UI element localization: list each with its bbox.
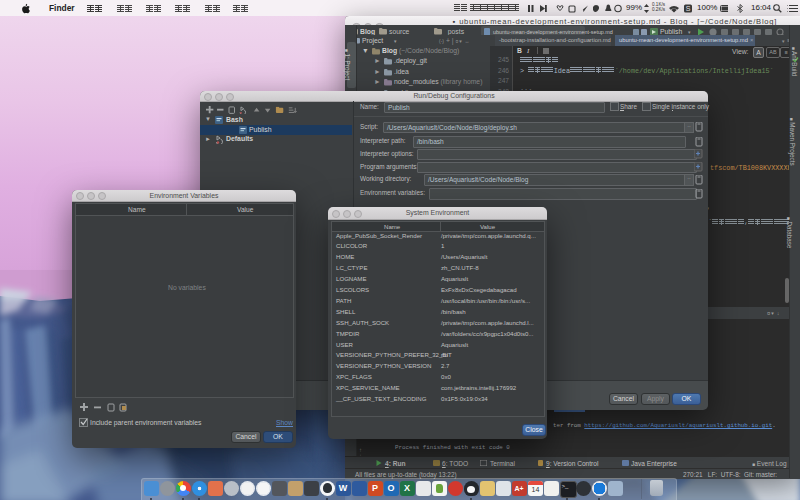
svg-text:S: S [686, 5, 691, 12]
